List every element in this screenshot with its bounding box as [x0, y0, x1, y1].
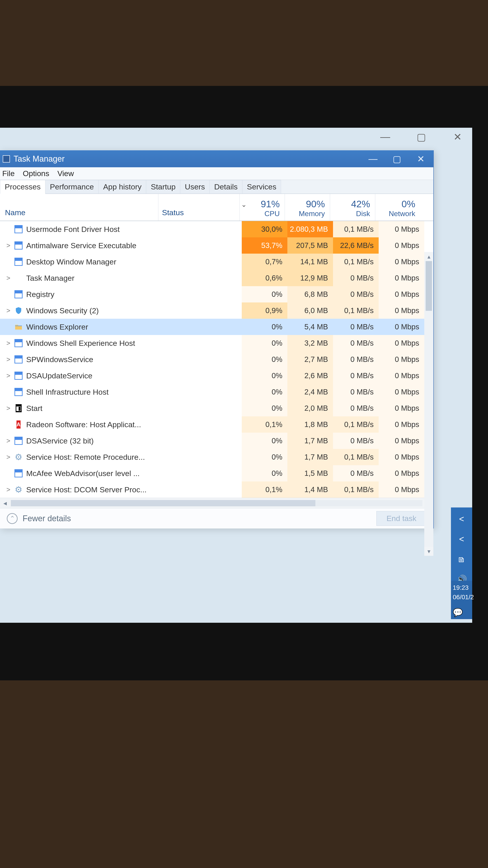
- process-name: DSAService (32 bit): [26, 436, 94, 445]
- cpu-value: 0%: [242, 384, 287, 400]
- fewer-details-link[interactable]: Fewer details: [23, 514, 377, 523]
- process-name: Service Host: DCOM Server Proc...: [26, 485, 147, 494]
- horizontal-scrollbar[interactable]: ◂ ▸: [0, 498, 433, 508]
- tray-chevron-icon[interactable]: <: [459, 514, 464, 524]
- process-row[interactable]: >Windows Shell Experience Host0%3,2 MB0 …: [0, 335, 433, 351]
- menu-options[interactable]: Options: [23, 169, 49, 178]
- process-row[interactable]: Usermode Font Driver Host30,0%2.080,3 MB…: [0, 221, 433, 237]
- tab-users[interactable]: Users: [180, 180, 210, 193]
- expand-icon[interactable]: >: [4, 453, 13, 461]
- cpu-value: 0,1%: [242, 416, 287, 433]
- memory-value: 6,0 MB: [287, 303, 333, 319]
- network-value: 0 Mbps: [379, 433, 424, 449]
- tab-startup[interactable]: Startup: [146, 180, 180, 193]
- process-row[interactable]: >SPWindowsService0%2,7 MB0 MB/s0 Mbps: [0, 351, 433, 368]
- network-value: 0 Mbps: [379, 400, 424, 416]
- tab-services[interactable]: Services: [242, 180, 281, 193]
- hscroll-thumb[interactable]: [11, 500, 315, 506]
- process-icon: [14, 355, 23, 364]
- process-row[interactable]: >DSAService (32 bit)0%1,7 MB0 MB/s0 Mbps: [0, 433, 433, 449]
- scroll-left-icon[interactable]: ◂: [0, 499, 10, 507]
- memory-value: 6,8 MB: [287, 286, 333, 303]
- process-row[interactable]: >Windows Security (2)0,9%6,0 MB0,1 MB/s0…: [0, 303, 433, 319]
- process-icon: [14, 323, 23, 331]
- scroll-down-icon[interactable]: ▾: [424, 547, 433, 556]
- bg-maximize-icon[interactable]: ▢: [414, 131, 429, 143]
- col-network[interactable]: 0% Network: [375, 194, 420, 221]
- process-row[interactable]: >Task Manager0,6%12,9 MB0 MB/s0 Mbps: [0, 270, 433, 286]
- scroll-thumb[interactable]: [426, 261, 432, 311]
- network-value: 0 Mbps: [379, 303, 424, 319]
- minimize-button[interactable]: —: [368, 154, 378, 164]
- column-headers: Name Status 91%⌄ CPU 90% Memory 42% Disk…: [0, 194, 433, 221]
- process-name: Service Host: Remote Procedure...: [26, 453, 145, 462]
- process-icon: [14, 388, 23, 396]
- process-icon: [14, 241, 23, 250]
- footer-bar: ⌃ Fewer details End task: [0, 508, 433, 528]
- process-row[interactable]: McAfee WebAdvisor(user level ...0%1,5 MB…: [0, 465, 433, 482]
- network-value: 0 Mbps: [379, 351, 424, 368]
- battery-icon[interactable]: 🗈: [457, 555, 466, 564]
- bg-close-icon[interactable]: ✕: [450, 131, 465, 143]
- process-name: Antimalware Service Executable: [26, 241, 136, 250]
- bg-minimize-icon[interactable]: —: [377, 131, 393, 143]
- process-name: Windows Shell Experience Host: [26, 339, 135, 348]
- process-icon: ◧: [14, 404, 23, 412]
- scroll-up-icon[interactable]: ▴: [424, 252, 433, 261]
- col-status[interactable]: Status: [158, 194, 239, 221]
- network-value: 0 Mbps: [379, 254, 424, 270]
- expand-icon[interactable]: >: [4, 339, 13, 347]
- close-button[interactable]: ✕: [416, 154, 426, 164]
- process-row[interactable]: >⚙Service Host: DCOM Server Proc...0,1%1…: [0, 482, 433, 498]
- memory-value: 2,4 MB: [287, 384, 333, 400]
- process-row[interactable]: >Antimalware Service Executable53,7%207,…: [0, 237, 433, 254]
- tab-details[interactable]: Details: [209, 180, 242, 193]
- menu-view[interactable]: View: [57, 169, 74, 178]
- disk-value: 0,1 MB/s: [333, 254, 379, 270]
- expand-icon[interactable]: >: [4, 486, 13, 493]
- cpu-value: 0%: [242, 286, 287, 303]
- clock-time: 19:23: [453, 583, 471, 592]
- expand-icon[interactable]: >: [4, 307, 13, 314]
- disk-value: 0 MB/s: [333, 465, 379, 482]
- process-name: Start: [26, 404, 42, 413]
- tab-app-history[interactable]: App history: [98, 180, 146, 193]
- expand-icon[interactable]: >: [4, 274, 13, 282]
- window-controls: — ▢ ✕: [368, 154, 431, 164]
- notifications-icon[interactable]: 💬: [453, 607, 471, 619]
- process-row[interactable]: >DSAUpdateService0%2,6 MB0 MB/s0 Mbps: [0, 368, 433, 384]
- tab-performance[interactable]: Performance: [45, 180, 99, 193]
- expand-icon[interactable]: >: [4, 372, 13, 379]
- col-memory[interactable]: 90% Memory: [285, 194, 330, 221]
- process-row[interactable]: >⚙Service Host: Remote Procedure...0%1,7…: [0, 449, 433, 465]
- process-row[interactable]: >◧Start0%2,0 MB0 MB/s0 Mbps: [0, 400, 433, 416]
- titlebar[interactable]: Task Manager — ▢ ✕: [0, 150, 433, 167]
- expand-icon[interactable]: >: [4, 437, 13, 445]
- col-name[interactable]: Name: [0, 194, 158, 221]
- collapse-icon[interactable]: ⌃: [7, 513, 18, 524]
- cpu-value: 0,7%: [242, 254, 287, 270]
- taskbar-clock[interactable]: 19:23 06/01/2 💬: [451, 581, 472, 619]
- process-row[interactable]: Registry0%6,8 MB0 MB/s0 Mbps: [0, 286, 433, 303]
- col-disk[interactable]: 42% Disk: [330, 194, 375, 221]
- cpu-value: 0%: [242, 433, 287, 449]
- disk-value: 0 MB/s: [333, 286, 379, 303]
- process-icon: [14, 339, 23, 347]
- end-task-button[interactable]: End task: [377, 511, 427, 526]
- memory-value: 3,2 MB: [287, 335, 333, 351]
- process-row[interactable]: Desktop Window Manager0,7%14,1 MB0,1 MB/…: [0, 254, 433, 270]
- memory-value: 1,7 MB: [287, 449, 333, 465]
- expand-icon[interactable]: >: [4, 242, 13, 249]
- expand-icon[interactable]: >: [4, 355, 13, 363]
- process-row[interactable]: Shell Infrastructure Host0%2,4 MB0 MB/s0…: [0, 384, 433, 400]
- expand-icon[interactable]: >: [4, 404, 13, 412]
- process-row[interactable]: Windows Explorer0%5,4 MB0 MB/s0 Mbps: [0, 319, 433, 335]
- tab-processes[interactable]: Processes: [0, 180, 45, 194]
- maximize-button[interactable]: ▢: [392, 154, 402, 164]
- process-row[interactable]: ARadeon Software: Host Applicat...0,1%1,…: [0, 416, 433, 433]
- tray-chevron-up-icon[interactable]: <: [459, 534, 464, 544]
- vertical-scrollbar[interactable]: ▴ ▾: [424, 252, 433, 556]
- menu-file[interactable]: File: [2, 169, 15, 178]
- col-cpu[interactable]: 91%⌄ CPU: [239, 194, 285, 221]
- cpu-value: 0,9%: [242, 303, 287, 319]
